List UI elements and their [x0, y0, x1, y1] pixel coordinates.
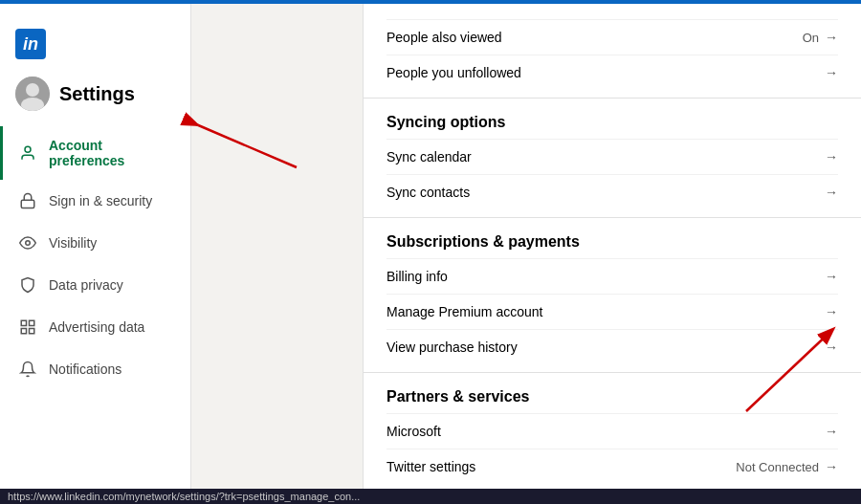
- sidebar-item-advertising-data[interactable]: Advertising data: [0, 306, 190, 348]
- sidebar-item-label: Notifications: [49, 362, 121, 377]
- chevron-right-icon: →: [825, 65, 838, 80]
- chevron-right-icon: →: [825, 185, 838, 200]
- lock-icon: [18, 191, 37, 210]
- sidebar-item-data-privacy[interactable]: Data privacy: [0, 264, 190, 306]
- row-manage-premium[interactable]: Manage Premium account →: [386, 294, 838, 329]
- status-url: https://www.linkedin.com/mynetwork/setti…: [8, 491, 360, 502]
- row-sync-calendar[interactable]: Sync calendar →: [386, 139, 838, 174]
- sidebar-item-account-preferences[interactable]: Account preferences: [0, 126, 190, 180]
- row-right: →: [825, 269, 838, 284]
- svg-rect-8: [21, 329, 26, 334]
- section-title: Partners & services: [386, 388, 838, 405]
- sidebar-item-label: Advertising data: [49, 319, 144, 335]
- person-icon: [18, 143, 37, 163]
- chevron-right-icon: →: [825, 459, 838, 474]
- status-text: On: [803, 31, 819, 45]
- row-microsoft[interactable]: Microsoft →: [386, 413, 838, 449]
- row-label: Manage Premium account: [386, 304, 542, 319]
- status-bar: https://www.linkedin.com/mynetwork/setti…: [0, 489, 861, 504]
- sidebar-item-label: Account preferences: [49, 138, 175, 168]
- chevron-right-icon: →: [825, 304, 838, 319]
- sidebar: in Settings A: [0, 4, 191, 504]
- row-label: Billing info: [386, 269, 448, 284]
- sidebar-item-label: Sign in & security: [49, 193, 152, 208]
- row-label: Sync calendar: [386, 149, 472, 164]
- section-people: People also viewed On → People you unfol…: [364, 4, 861, 99]
- row-label: Twitter settings: [386, 459, 475, 474]
- row-sync-contacts[interactable]: Sync contacts →: [386, 174, 838, 209]
- section-title: Subscriptions & payments: [386, 233, 838, 251]
- sidebar-item-label: Data privacy: [49, 277, 123, 293]
- chevron-right-icon: →: [825, 340, 838, 355]
- chevron-right-icon: →: [825, 269, 838, 284]
- row-right: →: [825, 304, 838, 319]
- section-partners: Partners & services Microsoft → Twitter …: [364, 373, 861, 492]
- chevron-right-icon: →: [825, 30, 838, 45]
- svg-point-1: [26, 83, 39, 97]
- sidebar-item-label: Visibility: [49, 235, 97, 251]
- row-label: People also viewed: [386, 30, 502, 45]
- row-right: →: [825, 424, 838, 439]
- svg-point-5: [26, 241, 31, 246]
- row-right: →: [825, 340, 838, 355]
- linkedin-logo: in: [15, 29, 46, 59]
- bell-icon: [18, 360, 37, 379]
- sidebar-item-notifications[interactable]: Notifications: [0, 348, 190, 390]
- row-right: →: [825, 149, 838, 164]
- eye-icon: [18, 233, 37, 252]
- section-syncing: Syncing options Sync calendar → Sync con…: [364, 99, 861, 218]
- row-people-also-viewed[interactable]: People also viewed On →: [386, 19, 838, 55]
- sidebar-item-visibility[interactable]: Visibility: [0, 222, 190, 264]
- row-label: People you unfollowed: [386, 65, 521, 80]
- svg-rect-7: [30, 320, 34, 325]
- row-label: View purchase history: [386, 340, 518, 355]
- row-label: Sync contacts: [386, 185, 470, 200]
- grid-icon: [18, 318, 37, 337]
- row-billing-info[interactable]: Billing info →: [386, 258, 838, 294]
- sidebar-item-sign-security[interactable]: Sign in & security: [0, 180, 190, 222]
- linkedin-logo-text: in: [23, 34, 38, 55]
- row-twitter[interactable]: Twitter settings Not Connected →: [386, 449, 838, 484]
- svg-rect-9: [30, 329, 34, 334]
- avatar: [15, 77, 50, 111]
- section-subscriptions: Subscriptions & payments Billing info → …: [364, 218, 861, 373]
- svg-rect-4: [21, 200, 34, 208]
- row-right: →: [825, 185, 838, 200]
- svg-rect-6: [21, 320, 26, 325]
- row-right: On →: [803, 30, 838, 45]
- chevron-right-icon: →: [825, 149, 838, 164]
- main-content: People also viewed On → People you unfol…: [364, 4, 861, 504]
- row-right: Not Connected →: [736, 459, 838, 474]
- row-right: →: [825, 65, 838, 80]
- shield-icon: [18, 275, 37, 295]
- svg-point-3: [25, 146, 31, 152]
- section-title: Syncing options: [386, 114, 838, 131]
- row-purchase-history[interactable]: View purchase history →: [386, 329, 838, 364]
- status-text: Not Connected: [736, 460, 819, 474]
- row-people-unfollowed[interactable]: People you unfollowed →: [386, 55, 838, 90]
- sidebar-title: Settings: [59, 83, 135, 105]
- chevron-right-icon: →: [825, 424, 838, 439]
- row-label: Microsoft: [386, 424, 441, 439]
- sidebar-nav: Account preferences Sign in & security: [0, 126, 190, 390]
- sidebar-header: Settings: [0, 67, 190, 126]
- middle-panel: [191, 4, 364, 504]
